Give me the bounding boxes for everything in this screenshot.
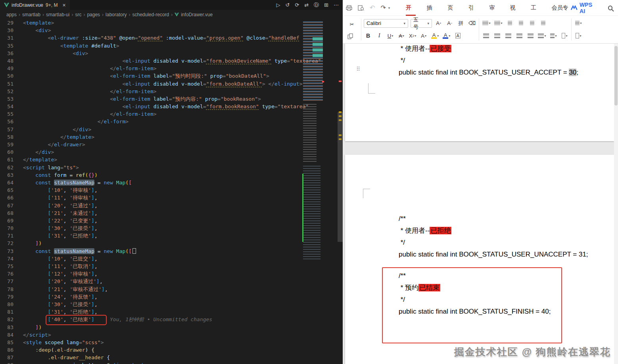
font-size-select[interactable]: 五号 ▾ [411,19,432,28]
line-number[interactable]: 50 [0,72,16,80]
line-number[interactable]: 78 [0,285,16,293]
line-number[interactable]: 69 [0,217,16,224]
close-tab-icon[interactable]: × [62,2,65,8]
line-number[interactable]: 86 [0,346,16,354]
compare-icon[interactable]: ⇄ [304,2,309,8]
code-line[interactable]: 71 ['31', '已拒绝'], [0,232,343,239]
pinyin-guide-button[interactable]: 拼 [457,19,465,28]
history-icon[interactable]: ↺ [285,2,290,8]
more-actions-icon[interactable]: ⋯ [334,2,339,8]
document-page-2[interactable]: /** * 使用者--已拒绝 */public static final int… [345,155,614,364]
line-number[interactable]: 48 [0,57,16,65]
breadcrumb-item-src[interactable]: src [75,12,81,17]
doc-line[interactable]: * 预约已结束 [345,282,614,294]
minimap[interactable] [302,20,324,266]
line-number[interactable]: 61 [0,156,16,163]
code-line[interactable]: 58 </template> [0,133,343,141]
numbered-list-button[interactable]: ▾ [493,19,503,28]
doc-line[interactable]: /** [345,270,614,282]
line-number[interactable]: 64 [0,179,16,186]
line-number[interactable]: 31 [0,34,16,42]
line-number[interactable]: 55 [0,110,16,118]
line-number[interactable]: 36 [0,50,16,57]
redo-icon[interactable]: ↷ [380,4,386,11]
doc-line[interactable]: */ [345,237,614,249]
code-line[interactable]: 88 margin-bottom: 0 !important; [0,361,343,364]
tab-insert[interactable]: 插入 [427,0,436,16]
code-line[interactable]: 83 ]) [0,324,343,331]
clear-format-icon[interactable]: ⌫ [468,19,476,28]
line-number[interactable]: 83 [0,324,16,331]
search-icon[interactable] [608,6,612,10]
debug-icon[interactable]: Ⓓ [314,2,319,9]
code-line[interactable]: 70 ['30', '已接受'], [0,224,343,232]
code-line[interactable]: 80 ['30', '已接受'], [0,301,343,308]
justify-button[interactable] [515,31,524,40]
line-number[interactable]: 63 [0,171,16,179]
print-preview-icon[interactable] [358,5,364,11]
show-marks-button[interactable] [539,19,547,28]
code-line[interactable]: 49 </el-form-item> [0,65,343,72]
code-line[interactable]: 72 ]) [0,239,343,247]
breadcrumb-item-smartlab-ui[interactable]: smartlab-ui [46,12,69,17]
line-number[interactable]: 59 [0,141,16,148]
drag-handle-icon[interactable]: ⠿ [356,66,361,72]
code-line[interactable]: 36 <div> [0,50,343,57]
redo-caret-icon[interactable]: ▾ [388,6,390,10]
line-number[interactable]: 71 [0,232,16,239]
text-tools-button[interactable]: ▾ [574,19,583,28]
code-line[interactable]: 68 ['21', '未通过'], [0,209,343,217]
text-effects-button[interactable]: A▾ [419,31,428,40]
line-number[interactable]: 88 [0,361,16,364]
distribute-button[interactable] [526,31,535,40]
page1-text[interactable]: * 使用者--已接受 */public static final int BOO… [345,44,614,79]
line-number[interactable]: 84 [0,331,16,339]
wps-ai-button[interactable]: WPS AI [571,2,597,14]
shading-button[interactable]: ▾ [549,31,558,40]
bullet-list-button[interactable]: ▾ [482,19,491,28]
bold-button[interactable]: B [364,31,372,40]
line-number[interactable]: 29 [0,19,16,27]
tab-page[interactable]: 页面 [447,0,457,16]
doc-line[interactable]: * 使用者--已接受 [345,44,614,55]
code-line[interactable]: 67 ['20', '已通过'], [0,202,343,209]
code-line[interactable]: 31 <el-drawer :size="438" @open="opened"… [0,34,343,42]
code-line[interactable]: 69 ['22', '已变更'], [0,217,343,224]
line-number[interactable]: 77 [0,278,16,285]
line-number[interactable]: 75 [0,262,16,270]
code-line[interactable]: 50 <el-form-item label="预约时间段:" prop="bo… [0,72,343,80]
code-line[interactable]: 84</script> [0,331,343,339]
tab-view[interactable]: 视图 [510,0,520,16]
document-scrollbar[interactable] [614,44,618,364]
code-line[interactable]: 74 ['10', '已提交'], [0,255,343,262]
sort-button[interactable] [528,19,536,28]
doc-line[interactable]: public static final int BOOK_STATUS_USER… [345,67,614,79]
scrollbar-thumb[interactable] [338,112,343,242]
code-line[interactable]: 51 <el-input disabled v-model="form.book… [0,80,343,88]
font-color-button[interactable]: A▾ [442,31,451,40]
doc-line[interactable]: /** [345,213,614,225]
line-number[interactable]: 65 [0,186,16,194]
code-line[interactable]: 64 const statusNameMap = new Map([ [0,179,343,186]
breadcrumb-item-pages[interactable]: pages [87,12,100,17]
line-number[interactable]: 68 [0,209,16,217]
increase-indent-button[interactable] [516,19,525,28]
code-line[interactable]: 53 <el-form-item label="预约内容:" prop="boo… [0,95,343,103]
line-number[interactable]: 76 [0,270,16,278]
doc-line[interactable]: public static final int BOOK_STATUS_FINI… [345,306,614,318]
code-line[interactable]: 30 <div> [0,27,343,34]
format-painter-button[interactable]: ▾ [574,31,583,40]
code-line[interactable]: 79 ['24', '待反馈'], [0,293,343,301]
page2-text-unaccept[interactable]: /** * 使用者--已拒绝 */public static final int… [345,213,614,261]
code-line[interactable]: 57 </div> [0,126,343,133]
document-scrollbar-thumb[interactable] [614,46,618,105]
code-area[interactable]: 29<template>30 <div>31 <el-drawer :size=… [0,19,343,364]
line-number[interactable]: 73 [0,247,16,255]
line-number[interactable]: 79 [0,293,16,301]
code-line[interactable]: 61</template> [0,156,343,163]
shrink-font-button[interactable]: A− [445,19,454,28]
strikethrough-button[interactable]: A▾ [397,31,406,40]
code-line[interactable]: 77 ['20', '审核通过'], [0,278,343,285]
borders-button[interactable]: ▾ [560,31,569,40]
code-line[interactable]: 87 .el-drawer__header { [0,354,343,361]
